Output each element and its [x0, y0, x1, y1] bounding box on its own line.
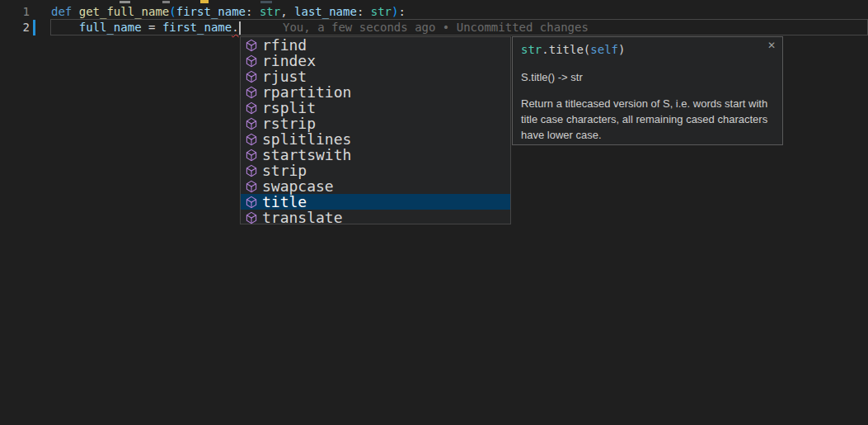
- suggest-widget: rfindrindexrjustrpartitionrsplitrstripsp…: [240, 36, 511, 224]
- suggestion-item-selected[interactable]: title: [241, 194, 510, 210]
- suggestion-label: rstrip: [262, 116, 316, 131]
- method-icon: [245, 70, 258, 83]
- suggestion-item[interactable]: rpartition: [241, 84, 510, 100]
- doc-summary: S.title() -> str: [521, 69, 774, 85]
- suggestion-list: rfindrindexrjustrpartitionrsplitrstripsp…: [241, 37, 510, 225]
- line-number-2: 2: [0, 20, 30, 35]
- method-icon: [245, 133, 258, 146]
- code-line-1-tokens: def get_full_name(first_name: str, last_…: [51, 5, 406, 18]
- method-icon: [245, 86, 258, 99]
- suggestion-label: rjust: [262, 68, 307, 84]
- suggestion-label: rfind: [262, 37, 307, 53]
- method-icon: [245, 102, 258, 115]
- suggestion-item[interactable]: strip: [241, 163, 510, 178]
- suggestion-label: rpartition: [262, 84, 351, 100]
- line-number-1: 1: [0, 4, 30, 20]
- suggestion-item[interactable]: rstrip: [241, 116, 510, 131]
- suggest-details-panel: str.title(self) ✕ S.title() -> str Retur…: [512, 36, 783, 145]
- suggestion-label: startswith: [262, 147, 351, 163]
- suggestion-item[interactable]: rsplit: [241, 100, 510, 116]
- suggestion-label: strip: [262, 163, 307, 178]
- breadcrumb-fragment: [260, 1, 272, 3]
- close-icon[interactable]: ✕: [767, 40, 776, 51]
- method-icon: [245, 211, 258, 224]
- modified-line-indicator: [33, 20, 35, 35]
- method-icon: [245, 180, 258, 193]
- doc-description: Return a titlecased version of S, i.e. w…: [521, 96, 776, 143]
- suggestion-item[interactable]: splitlines: [241, 131, 510, 147]
- method-icon: [245, 149, 258, 162]
- suggestion-label: rsplit: [262, 100, 316, 116]
- suggestion-item[interactable]: rindex: [241, 53, 510, 68]
- code-line-1[interactable]: def get_full_name(first_name: str, last_…: [51, 4, 406, 20]
- method-icon: [245, 164, 258, 177]
- method-icon: [245, 196, 258, 209]
- suggestion-item[interactable]: startswith: [241, 147, 510, 163]
- code-line-2[interactable]: full_name = first_name.: [51, 20, 241, 35]
- suggestion-label: translate: [262, 210, 343, 225]
- suggestion-item[interactable]: rfind: [241, 37, 510, 53]
- suggestion-item[interactable]: rjust: [241, 68, 510, 84]
- method-icon: [245, 54, 258, 68]
- breadcrumb-fragment: [120, 1, 130, 3]
- suggestion-label: rindex: [262, 53, 316, 68]
- breadcrumb-fragment: [162, 1, 170, 3]
- suggestion-label: swapcase: [262, 178, 334, 194]
- method-icon: [245, 117, 258, 130]
- editor-viewport: 1 2 def get_full_name(first_name: str, l…: [0, 0, 868, 425]
- code-line-2-tokens: full_name = first_name.: [51, 21, 239, 34]
- suggestion-item[interactable]: swapcase: [241, 178, 510, 194]
- suggestion-label: splitlines: [262, 131, 351, 147]
- git-blame-annotation: You, a few seconds ago • Uncommitted cha…: [283, 20, 589, 35]
- doc-signature: str.title(self): [521, 42, 774, 58]
- suggestion-label: title: [262, 194, 307, 210]
- method-icon: [245, 39, 258, 52]
- text-cursor: [239, 21, 241, 35]
- breadcrumb-fragment: [200, 0, 209, 3]
- suggestion-item[interactable]: translate: [241, 210, 510, 225]
